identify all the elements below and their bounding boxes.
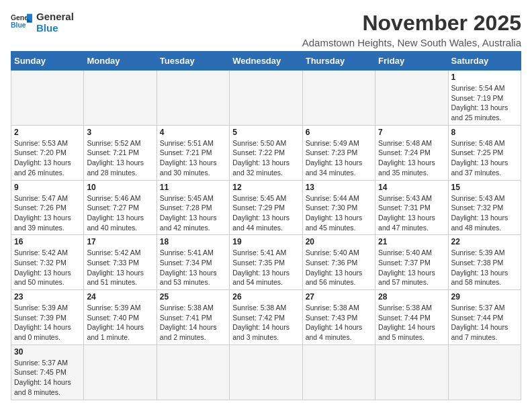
day-info: Sunrise: 5:54 AM Sunset: 7:19 PM Dayligh… [451,83,518,123]
day-info: Sunrise: 5:38 AM Sunset: 7:43 PM Dayligh… [306,303,372,342]
day-info: Sunrise: 5:51 AM Sunset: 7:21 PM Dayligh… [160,138,226,178]
weekday-header-tuesday: Tuesday [157,52,229,71]
day-number: 26 [232,292,299,302]
calendar-cell: 3Sunrise: 5:52 AM Sunset: 7:21 PM Daylig… [84,125,157,180]
weekday-header-saturday: Saturday [448,52,521,71]
month-title: November 2025 [302,11,521,36]
weekday-header-thursday: Thursday [302,52,375,71]
day-info: Sunrise: 5:53 AM Sunset: 7:20 PM Dayligh… [14,138,81,178]
calendar-cell [11,71,84,126]
day-number: 15 [451,183,518,192]
day-number: 11 [160,183,226,192]
day-number: 16 [14,237,81,246]
calendar-cell [230,71,302,126]
day-info: Sunrise: 5:38 AM Sunset: 7:42 PM Dayligh… [232,303,299,342]
calendar-cell: 15Sunrise: 5:43 AM Sunset: 7:32 PM Dayli… [448,180,521,235]
calendar-cell: 13Sunrise: 5:44 AM Sunset: 7:30 PM Dayli… [302,180,375,235]
day-info: Sunrise: 5:37 AM Sunset: 7:45 PM Dayligh… [14,358,81,398]
day-info: Sunrise: 5:39 AM Sunset: 7:38 PM Dayligh… [451,248,518,287]
day-info: Sunrise: 5:44 AM Sunset: 7:30 PM Dayligh… [306,193,372,233]
day-info: Sunrise: 5:41 AM Sunset: 7:35 PM Dayligh… [232,248,299,287]
day-info: Sunrise: 5:41 AM Sunset: 7:34 PM Dayligh… [160,248,226,287]
calendar-cell: 5Sunrise: 5:50 AM Sunset: 7:22 PM Daylig… [230,125,302,180]
calendar-cell: 12Sunrise: 5:45 AM Sunset: 7:29 PM Dayli… [230,180,302,235]
day-info: Sunrise: 5:38 AM Sunset: 7:41 PM Dayligh… [160,303,226,342]
calendar-cell: 8Sunrise: 5:48 AM Sunset: 7:25 PM Daylig… [448,125,521,180]
day-number: 28 [378,292,445,302]
svg-text:Blue: Blue [11,21,26,29]
calendar-cell: 18Sunrise: 5:41 AM Sunset: 7:34 PM Dayli… [157,235,229,290]
day-number: 1 [451,73,518,82]
logo-text-general: General [36,11,74,22]
weekday-header-friday: Friday [375,52,448,71]
day-info: Sunrise: 5:49 AM Sunset: 7:23 PM Dayligh… [306,138,372,178]
weekday-header-wednesday: Wednesday [230,52,302,71]
calendar-week-row: 2Sunrise: 5:53 AM Sunset: 7:20 PM Daylig… [11,125,521,180]
day-number: 27 [306,292,372,302]
calendar-cell: 4Sunrise: 5:51 AM Sunset: 7:21 PM Daylig… [157,125,229,180]
day-number: 13 [306,183,372,192]
calendar-cell: 6Sunrise: 5:49 AM Sunset: 7:23 PM Daylig… [302,125,375,180]
day-info: Sunrise: 5:50 AM Sunset: 7:22 PM Dayligh… [232,138,299,178]
calendar-cell [302,71,375,126]
calendar-cell: 26Sunrise: 5:38 AM Sunset: 7:42 PM Dayli… [230,290,302,345]
calendar-cell [157,71,229,126]
day-info: Sunrise: 5:38 AM Sunset: 7:44 PM Dayligh… [378,303,445,342]
day-number: 6 [306,128,372,137]
calendar-week-row: 23Sunrise: 5:39 AM Sunset: 7:39 PM Dayli… [11,290,521,345]
day-number: 2 [14,128,81,137]
day-info: Sunrise: 5:42 AM Sunset: 7:33 PM Dayligh… [87,248,153,287]
day-number: 30 [14,347,81,357]
day-info: Sunrise: 5:43 AM Sunset: 7:32 PM Dayligh… [451,193,518,233]
day-number: 4 [160,128,226,137]
calendar-cell [230,345,302,400]
day-info: Sunrise: 5:40 AM Sunset: 7:37 PM Dayligh… [378,248,445,287]
calendar-cell [375,71,448,126]
calendar-cell: 10Sunrise: 5:46 AM Sunset: 7:27 PM Dayli… [84,180,157,235]
calendar-week-row: 30Sunrise: 5:37 AM Sunset: 7:45 PM Dayli… [11,345,521,400]
calendar-cell: 21Sunrise: 5:40 AM Sunset: 7:37 PM Dayli… [375,235,448,290]
day-number: 18 [160,237,226,246]
day-info: Sunrise: 5:37 AM Sunset: 7:44 PM Dayligh… [451,303,518,342]
day-number: 7 [378,128,445,137]
day-number: 8 [451,128,518,137]
calendar-cell: 27Sunrise: 5:38 AM Sunset: 7:43 PM Dayli… [302,290,375,345]
calendar-cell: 20Sunrise: 5:40 AM Sunset: 7:36 PM Dayli… [302,235,375,290]
calendar-cell: 16Sunrise: 5:42 AM Sunset: 7:32 PM Dayli… [11,235,84,290]
weekday-header-monday: Monday [84,52,157,71]
calendar-week-row: 16Sunrise: 5:42 AM Sunset: 7:32 PM Dayli… [11,235,521,290]
day-number: 25 [160,292,226,302]
calendar-cell: 28Sunrise: 5:38 AM Sunset: 7:44 PM Dayli… [375,290,448,345]
calendar-cell: 25Sunrise: 5:38 AM Sunset: 7:41 PM Dayli… [157,290,229,345]
day-info: Sunrise: 5:45 AM Sunset: 7:28 PM Dayligh… [160,193,226,233]
day-info: Sunrise: 5:42 AM Sunset: 7:32 PM Dayligh… [14,248,81,287]
day-info: Sunrise: 5:48 AM Sunset: 7:25 PM Dayligh… [451,138,518,178]
calendar-cell: 7Sunrise: 5:48 AM Sunset: 7:24 PM Daylig… [375,125,448,180]
calendar-cell: 30Sunrise: 5:37 AM Sunset: 7:45 PM Dayli… [11,345,84,400]
day-info: Sunrise: 5:48 AM Sunset: 7:24 PM Dayligh… [378,138,445,178]
day-info: Sunrise: 5:45 AM Sunset: 7:29 PM Dayligh… [232,193,299,233]
day-info: Sunrise: 5:43 AM Sunset: 7:31 PM Dayligh… [378,193,445,233]
calendar-cell: 24Sunrise: 5:39 AM Sunset: 7:40 PM Dayli… [84,290,157,345]
day-info: Sunrise: 5:52 AM Sunset: 7:21 PM Dayligh… [87,138,153,178]
day-number: 19 [232,237,299,246]
logo-icon: General Blue [11,13,32,32]
day-info: Sunrise: 5:46 AM Sunset: 7:27 PM Dayligh… [87,193,153,233]
day-number: 17 [87,237,153,246]
day-number: 29 [451,292,518,302]
day-info: Sunrise: 5:39 AM Sunset: 7:39 PM Dayligh… [14,303,81,342]
calendar-cell [157,345,229,400]
page-header: General Blue General Blue November 2025 … [11,11,521,48]
day-info: Sunrise: 5:47 AM Sunset: 7:26 PM Dayligh… [14,193,81,233]
title-area: November 2025 Adamstown Heights, New Sou… [302,11,521,48]
day-number: 12 [232,183,299,192]
calendar-cell: 17Sunrise: 5:42 AM Sunset: 7:33 PM Dayli… [84,235,157,290]
calendar-cell: 1Sunrise: 5:54 AM Sunset: 7:19 PM Daylig… [448,71,521,126]
day-number: 24 [87,292,153,302]
day-number: 5 [232,128,299,137]
weekday-header-sunday: Sunday [11,52,84,71]
calendar-cell [448,345,521,400]
logo: General Blue General Blue [11,11,74,34]
calendar-cell: 2Sunrise: 5:53 AM Sunset: 7:20 PM Daylig… [11,125,84,180]
day-number: 22 [451,237,518,246]
